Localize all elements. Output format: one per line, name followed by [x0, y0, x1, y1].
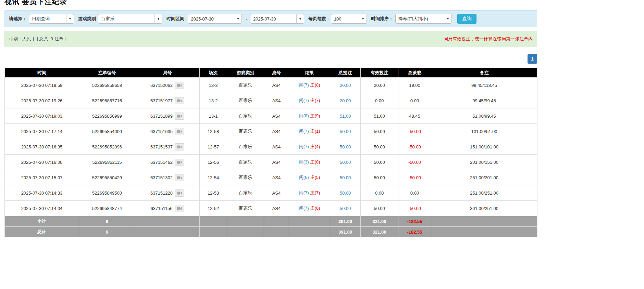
- date-from-input[interactable]: 2025-07-30 ▼: [188, 14, 242, 24]
- cell-game-type: 百家乐: [227, 139, 264, 155]
- video-camera-icon: [177, 176, 182, 180]
- table-row: 2025-07-30 07:19:03 522695856999 6371518…: [5, 108, 537, 124]
- video-camera-icon: [177, 83, 182, 87]
- cell-payout: -50.00: [398, 155, 431, 170]
- total-bet-link[interactable]: 50.00: [340, 144, 351, 149]
- subtotal-row: 小计 9 391.00 321.00 -182.55: [5, 216, 537, 227]
- cell-total-bet: 50.00: [330, 139, 361, 155]
- cell-game-type: 百家乐: [227, 93, 264, 108]
- video-replay-button[interactable]: [175, 97, 184, 104]
- video-camera-icon: [177, 160, 182, 164]
- cell-note: 201.00/151.00: [431, 155, 537, 170]
- result-banker: 庄(8): [310, 82, 320, 88]
- cell-table-no: AS4: [264, 185, 289, 201]
- cell-total-bet: 51.00: [330, 108, 361, 124]
- page-size-value: 100: [331, 14, 359, 23]
- video-camera-icon: [177, 130, 182, 133]
- total-bet-link[interactable]: 20.00: [340, 98, 351, 103]
- cell-bet-id: 522695849500: [79, 185, 135, 201]
- header-game-type: 游戏类别: [227, 68, 264, 78]
- search-button[interactable]: 查询: [457, 14, 476, 24]
- total-bet-link[interactable]: 50.00: [340, 191, 351, 196]
- total-bet-link[interactable]: 50.00: [340, 175, 351, 180]
- summary-bar: 币别：人民币 | 总共 :9 注单 | 同局有效投注，统一计算在该局第一张注单内: [4, 31, 537, 47]
- video-replay-button[interactable]: [175, 143, 184, 150]
- cell-bet-id: 522695857716: [79, 93, 135, 108]
- chevron-down-icon[interactable]: ▼: [154, 14, 162, 23]
- cell-result: 闲(7)庄(7): [289, 93, 330, 108]
- video-replay-button[interactable]: [175, 205, 184, 212]
- header-result: 结果: [289, 68, 330, 78]
- cell-note: 99.45/99.45: [431, 93, 537, 108]
- round-id-text: 637151156: [150, 206, 172, 211]
- cell-payout: 0.00: [398, 93, 431, 108]
- cell-total-bet: 50.00: [330, 170, 361, 185]
- result-player: 闲(7): [299, 144, 309, 149]
- cell-session: 12-58: [200, 124, 227, 139]
- cell-valid-bet: 50.00: [361, 124, 398, 139]
- video-replay-button[interactable]: [175, 113, 184, 120]
- cell-time: 2025-07-30 07:17:14: [5, 124, 79, 139]
- result-banker: 庄(5): [310, 175, 320, 180]
- cell-session: 12-56: [200, 155, 227, 170]
- date-to-value: 2025-07-30: [250, 14, 296, 23]
- header-session: 场次: [200, 68, 227, 78]
- chevron-down-icon[interactable]: ▼: [234, 14, 242, 23]
- round-id-text: 637151302: [150, 175, 173, 180]
- empty-cell: [200, 227, 227, 237]
- round-id-text: 637151899: [150, 114, 173, 119]
- total-valid-bet: 321.00: [361, 227, 398, 237]
- page-1-button[interactable]: 1: [528, 54, 537, 64]
- date-from-value: 2025-07-30: [188, 14, 234, 23]
- total-bet-link[interactable]: 51.00: [340, 114, 351, 119]
- cell-result: 闲(3)庄(8): [289, 155, 330, 170]
- video-camera-icon: [177, 145, 182, 149]
- empty-cell: [135, 216, 200, 227]
- empty-cell: [264, 216, 289, 227]
- result-player: 闲(6): [299, 175, 309, 180]
- video-replay-button[interactable]: [175, 82, 184, 89]
- game-type-select[interactable]: 百家乐 ▼: [98, 14, 162, 24]
- cell-bet-id: 522695852896: [79, 139, 135, 155]
- cell-round-id: 637152063: [135, 78, 200, 93]
- page-size-select[interactable]: 100 ▼: [331, 14, 367, 24]
- sort-order-select[interactable]: 降幂(由大到小) ▼: [395, 14, 452, 24]
- total-bet-link[interactable]: 20.00: [340, 83, 351, 88]
- cell-result: 闲(8)庄(9): [289, 108, 330, 124]
- page-size-group: 每页笔数 : 100 ▼: [308, 14, 367, 24]
- empty-cell: [289, 227, 330, 237]
- empty-cell: [227, 227, 264, 237]
- video-replay-button[interactable]: [175, 159, 184, 166]
- cell-payout: -50.00: [398, 201, 431, 216]
- total-total-bet: 391.00: [330, 227, 361, 237]
- header-time: 时间: [5, 68, 79, 78]
- date-to-input[interactable]: 2025-07-30 ▼: [250, 14, 304, 24]
- video-camera-icon: [177, 114, 182, 118]
- result-player: 闲(8): [299, 113, 309, 118]
- cell-round-id: 637151462: [135, 155, 200, 170]
- cell-table-no: AS4: [264, 139, 289, 155]
- cell-bet-id: 522695848774: [79, 201, 135, 216]
- result-player: 闲(7): [299, 129, 309, 134]
- valid-bet-notice: 同局有效投注，统一计算在该局第一张注单内: [444, 36, 533, 42]
- cell-note: 251.00/201.00: [431, 170, 537, 185]
- cell-session: 12-57: [200, 139, 227, 155]
- total-bet-link[interactable]: 50.00: [340, 160, 351, 165]
- total-bet-link[interactable]: 50.00: [340, 206, 351, 211]
- total-bet-link[interactable]: 50.00: [340, 129, 351, 134]
- result-banker: 庄(1): [310, 129, 320, 134]
- video-replay-button[interactable]: [175, 189, 184, 197]
- video-replay-button[interactable]: [175, 174, 184, 181]
- chevron-down-icon[interactable]: ▼: [444, 14, 451, 23]
- cell-note: 151.00/101.00: [431, 139, 537, 155]
- video-camera-icon: [177, 191, 182, 195]
- video-replay-button[interactable]: [175, 128, 184, 135]
- empty-cell: [264, 227, 289, 237]
- chevron-down-icon[interactable]: ▼: [66, 14, 74, 23]
- query-type-select[interactable]: 日期查询 ▼: [29, 14, 74, 24]
- cell-game-type: 百家乐: [227, 201, 264, 216]
- cell-session: 12-54: [200, 170, 227, 185]
- chevron-down-icon[interactable]: ▼: [296, 14, 304, 23]
- query-type-label: 请选择：: [9, 16, 27, 22]
- chevron-down-icon[interactable]: ▼: [359, 14, 367, 23]
